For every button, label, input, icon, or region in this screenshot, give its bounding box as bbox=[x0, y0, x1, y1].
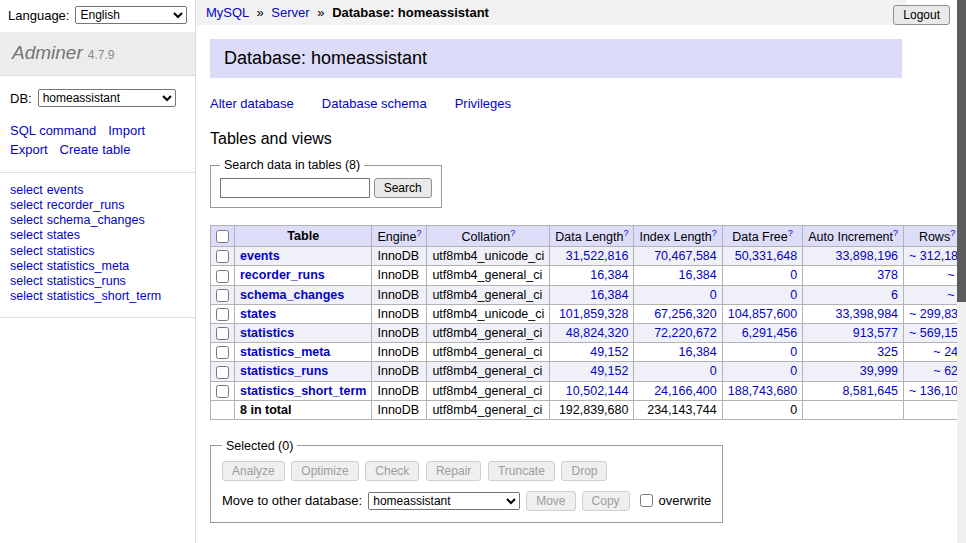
select-link[interactable]: select bbox=[10, 259, 43, 273]
select-link[interactable]: select bbox=[10, 228, 43, 242]
data-length-link[interactable]: 49,152 bbox=[590, 364, 628, 378]
auto-increment-link[interactable]: 6 bbox=[891, 288, 898, 302]
analyze-button[interactable]: Analyze bbox=[222, 461, 285, 481]
data-length-link[interactable]: 101,859,328 bbox=[559, 307, 629, 321]
data-free-link[interactable]: 0 bbox=[790, 345, 797, 359]
database-schema-link[interactable]: Database schema bbox=[322, 96, 427, 111]
auto-increment-link[interactable]: 325 bbox=[877, 345, 898, 359]
table-name-link[interactable]: recorder_runs bbox=[47, 198, 125, 212]
help-icon[interactable]: ? bbox=[950, 228, 955, 238]
help-icon[interactable]: ? bbox=[788, 228, 793, 238]
overwrite-checkbox[interactable] bbox=[640, 494, 653, 507]
row-checkbox[interactable] bbox=[216, 289, 229, 302]
index-length-link[interactable]: 72,220,672 bbox=[654, 326, 717, 340]
table-link[interactable]: statistics bbox=[240, 326, 294, 340]
db-select[interactable]: homeassistant bbox=[38, 89, 176, 107]
select-link[interactable]: select bbox=[10, 213, 43, 227]
help-icon[interactable]: ? bbox=[893, 228, 898, 238]
table-name-link[interactable]: statistics_runs bbox=[47, 274, 126, 288]
select-link[interactable]: select bbox=[10, 183, 43, 197]
auto-increment-link[interactable]: 8,581,645 bbox=[842, 384, 898, 398]
data-free-link[interactable]: 0 bbox=[790, 268, 797, 282]
index-length-link[interactable]: 24,166,400 bbox=[654, 384, 717, 398]
table-link[interactable]: events bbox=[240, 249, 280, 263]
language-select[interactable]: English bbox=[75, 6, 187, 24]
row-checkbox[interactable] bbox=[216, 385, 229, 398]
data-free-link[interactable]: 50,331,648 bbox=[735, 249, 798, 263]
drop-button[interactable]: Drop bbox=[561, 461, 607, 481]
sidebar-item-statistics-short-term: selectstatistics_short_term bbox=[10, 289, 185, 304]
help-icon[interactable]: ? bbox=[623, 228, 628, 238]
table-name-link[interactable]: statistics_short_term bbox=[47, 289, 162, 303]
select-link[interactable]: select bbox=[10, 274, 43, 288]
index-length-link[interactable]: 16,384 bbox=[679, 268, 717, 282]
help-icon[interactable]: ? bbox=[510, 228, 515, 238]
index-length-link[interactable]: 16,384 bbox=[679, 345, 717, 359]
move-database-select[interactable]: homeassistant bbox=[368, 492, 520, 510]
row-checkbox[interactable] bbox=[216, 327, 229, 340]
auto-increment-link[interactable]: 33,898,196 bbox=[835, 249, 898, 263]
row-checkbox[interactable] bbox=[216, 366, 229, 379]
data-length-link[interactable]: 16,384 bbox=[590, 288, 628, 302]
optimize-button[interactable]: Optimize bbox=[291, 461, 358, 481]
copy-button[interactable]: Copy bbox=[582, 491, 630, 511]
index-length-link[interactable]: 0 bbox=[710, 288, 717, 302]
logout-button[interactable]: Logout bbox=[893, 5, 950, 25]
data-length-link[interactable]: 31,522,816 bbox=[566, 249, 629, 263]
data-length-link[interactable]: 16,384 bbox=[590, 268, 628, 282]
row-checkbox[interactable] bbox=[216, 308, 229, 321]
auto-increment-link[interactable]: 378 bbox=[877, 268, 898, 282]
scrollbar-thumb[interactable] bbox=[957, 0, 966, 302]
index-length-link[interactable]: 70,467,584 bbox=[654, 249, 717, 263]
select-link[interactable]: select bbox=[10, 244, 43, 258]
sidebar-link-create-table[interactable]: Create table bbox=[60, 142, 131, 157]
data-free-link[interactable]: 104,857,600 bbox=[728, 307, 798, 321]
table-link[interactable]: recorder_runs bbox=[240, 268, 325, 282]
row-checkbox[interactable] bbox=[216, 270, 229, 283]
data-free-link[interactable]: 0 bbox=[790, 364, 797, 378]
breadcrumb-separator: » bbox=[256, 5, 263, 20]
table-name-link[interactable]: events bbox=[47, 183, 84, 197]
table-name-link[interactable]: states bbox=[47, 228, 80, 242]
breadcrumb-link-server[interactable]: Server bbox=[271, 5, 309, 20]
data-length-link[interactable]: 48,824,320 bbox=[566, 326, 629, 340]
select-link[interactable]: select bbox=[10, 289, 43, 303]
table-name-link[interactable]: schema_changes bbox=[47, 213, 145, 227]
sidebar-link-export[interactable]: Export bbox=[10, 142, 48, 157]
index-length-link[interactable]: 67,256,320 bbox=[654, 307, 717, 321]
select-all-checkbox[interactable] bbox=[216, 230, 229, 243]
table-link[interactable]: states bbox=[240, 307, 276, 321]
help-icon[interactable]: ? bbox=[416, 228, 421, 238]
auto-increment-link[interactable]: 33,398,984 bbox=[835, 307, 898, 321]
breadcrumb-link-mysql[interactable]: MySQL bbox=[206, 5, 249, 20]
data-free-link[interactable]: 188,743,680 bbox=[728, 384, 798, 398]
check-button[interactable]: Check bbox=[365, 461, 419, 481]
repair-button[interactable]: Repair bbox=[426, 461, 481, 481]
table-link[interactable]: statistics_meta bbox=[240, 345, 330, 359]
auto-increment-link[interactable]: 913,577 bbox=[853, 326, 898, 340]
row-checkbox[interactable] bbox=[216, 346, 229, 359]
sidebar-link-import[interactable]: Import bbox=[108, 123, 145, 138]
privileges-link[interactable]: Privileges bbox=[455, 96, 511, 111]
alter-database-link[interactable]: Alter database bbox=[210, 96, 294, 111]
data-length-link[interactable]: 49,152 bbox=[590, 345, 628, 359]
table-link[interactable]: statistics_short_term bbox=[240, 384, 366, 398]
table-link[interactable]: schema_changes bbox=[240, 288, 344, 302]
scrollbar[interactable] bbox=[957, 0, 966, 543]
auto-increment-link[interactable]: 39,999 bbox=[860, 364, 898, 378]
table-name-link[interactable]: statistics bbox=[47, 244, 95, 258]
table-name-link[interactable]: statistics_meta bbox=[47, 259, 130, 273]
sidebar-link-sql-command[interactable]: SQL command bbox=[10, 123, 96, 138]
move-button[interactable]: Move bbox=[526, 491, 575, 511]
data-free-link[interactable]: 6,291,456 bbox=[742, 326, 798, 340]
table-link[interactable]: statistics_runs bbox=[240, 364, 328, 378]
row-checkbox[interactable] bbox=[216, 250, 229, 263]
data-free-link[interactable]: 0 bbox=[790, 288, 797, 302]
index-length-link[interactable]: 0 bbox=[710, 364, 717, 378]
data-length-link[interactable]: 10,502,144 bbox=[566, 384, 629, 398]
search-input[interactable] bbox=[220, 178, 370, 198]
truncate-button[interactable]: Truncate bbox=[488, 461, 555, 481]
help-icon[interactable]: ? bbox=[712, 228, 717, 238]
search-button[interactable]: Search bbox=[374, 178, 432, 198]
select-link[interactable]: select bbox=[10, 198, 43, 212]
